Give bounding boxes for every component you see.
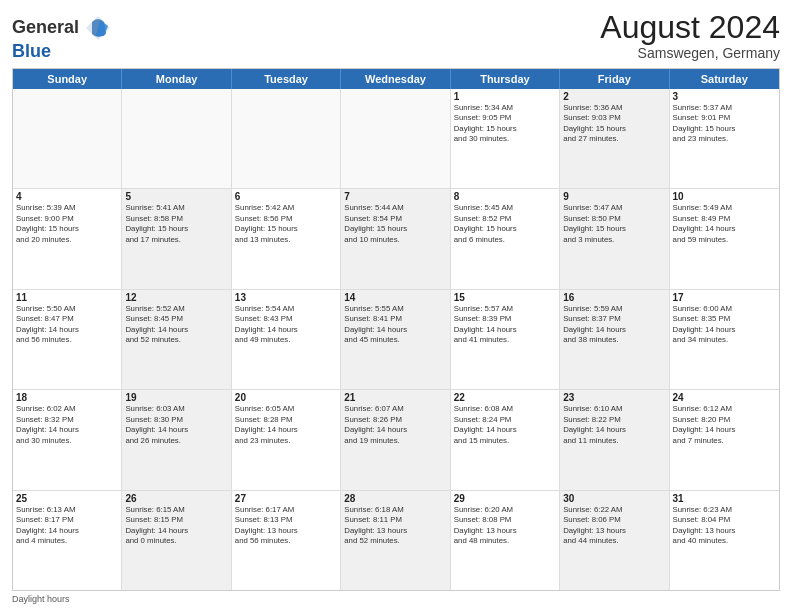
page: General Blue August 2024 Samswegen, Germ…	[0, 0, 792, 612]
day-info: Sunrise: 6:18 AM Sunset: 8:11 PM Dayligh…	[344, 505, 446, 547]
location: Samswegen, Germany	[600, 45, 780, 61]
day-number: 2	[563, 91, 665, 102]
header: General Blue August 2024 Samswegen, Germ…	[12, 10, 780, 62]
day-info: Sunrise: 5:59 AM Sunset: 8:37 PM Dayligh…	[563, 304, 665, 346]
day-info: Sunrise: 6:08 AM Sunset: 8:24 PM Dayligh…	[454, 404, 556, 446]
footer-note: Daylight hours	[12, 594, 780, 604]
calendar-header: SundayMondayTuesdayWednesdayThursdayFrid…	[13, 69, 779, 89]
calendar-day-7: 7Sunrise: 5:44 AM Sunset: 8:54 PM Daylig…	[341, 189, 450, 288]
day-header-saturday: Saturday	[670, 69, 779, 89]
day-number: 14	[344, 292, 446, 303]
calendar-day-20: 20Sunrise: 6:05 AM Sunset: 8:28 PM Dayli…	[232, 390, 341, 489]
daylight-label: Daylight hours	[12, 594, 70, 604]
day-info: Sunrise: 5:39 AM Sunset: 9:00 PM Dayligh…	[16, 203, 118, 245]
calendar-day-empty	[122, 89, 231, 188]
calendar-day-13: 13Sunrise: 5:54 AM Sunset: 8:43 PM Dayli…	[232, 290, 341, 389]
day-number: 31	[673, 493, 776, 504]
calendar-week-2: 4Sunrise: 5:39 AM Sunset: 9:00 PM Daylig…	[13, 189, 779, 289]
calendar-day-15: 15Sunrise: 5:57 AM Sunset: 8:39 PM Dayli…	[451, 290, 560, 389]
day-info: Sunrise: 6:20 AM Sunset: 8:08 PM Dayligh…	[454, 505, 556, 547]
calendar-day-5: 5Sunrise: 5:41 AM Sunset: 8:58 PM Daylig…	[122, 189, 231, 288]
day-header-tuesday: Tuesday	[232, 69, 341, 89]
calendar-day-4: 4Sunrise: 5:39 AM Sunset: 9:00 PM Daylig…	[13, 189, 122, 288]
day-info: Sunrise: 5:52 AM Sunset: 8:45 PM Dayligh…	[125, 304, 227, 346]
day-number: 26	[125, 493, 227, 504]
day-number: 6	[235, 191, 337, 202]
calendar-body: 1Sunrise: 5:34 AM Sunset: 9:05 PM Daylig…	[13, 89, 779, 590]
day-info: Sunrise: 6:03 AM Sunset: 8:30 PM Dayligh…	[125, 404, 227, 446]
calendar: SundayMondayTuesdayWednesdayThursdayFrid…	[12, 68, 780, 591]
calendar-day-17: 17Sunrise: 6:00 AM Sunset: 8:35 PM Dayli…	[670, 290, 779, 389]
day-info: Sunrise: 5:37 AM Sunset: 9:01 PM Dayligh…	[673, 103, 776, 145]
calendar-day-empty	[232, 89, 341, 188]
day-number: 12	[125, 292, 227, 303]
day-number: 10	[673, 191, 776, 202]
day-info: Sunrise: 6:00 AM Sunset: 8:35 PM Dayligh…	[673, 304, 776, 346]
calendar-day-27: 27Sunrise: 6:17 AM Sunset: 8:13 PM Dayli…	[232, 491, 341, 590]
calendar-day-18: 18Sunrise: 6:02 AM Sunset: 8:32 PM Dayli…	[13, 390, 122, 489]
day-number: 19	[125, 392, 227, 403]
logo: General Blue	[12, 14, 112, 62]
day-number: 1	[454, 91, 556, 102]
day-header-wednesday: Wednesday	[341, 69, 450, 89]
calendar-day-1: 1Sunrise: 5:34 AM Sunset: 9:05 PM Daylig…	[451, 89, 560, 188]
calendar-week-5: 25Sunrise: 6:13 AM Sunset: 8:17 PM Dayli…	[13, 491, 779, 590]
calendar-week-1: 1Sunrise: 5:34 AM Sunset: 9:05 PM Daylig…	[13, 89, 779, 189]
day-number: 23	[563, 392, 665, 403]
month-year: August 2024	[600, 10, 780, 45]
day-number: 25	[16, 493, 118, 504]
day-number: 8	[454, 191, 556, 202]
day-info: Sunrise: 6:15 AM Sunset: 8:15 PM Dayligh…	[125, 505, 227, 547]
day-info: Sunrise: 6:05 AM Sunset: 8:28 PM Dayligh…	[235, 404, 337, 446]
calendar-day-22: 22Sunrise: 6:08 AM Sunset: 8:24 PM Dayli…	[451, 390, 560, 489]
day-info: Sunrise: 5:42 AM Sunset: 8:56 PM Dayligh…	[235, 203, 337, 245]
calendar-day-21: 21Sunrise: 6:07 AM Sunset: 8:26 PM Dayli…	[341, 390, 450, 489]
day-header-thursday: Thursday	[451, 69, 560, 89]
day-header-friday: Friday	[560, 69, 669, 89]
day-number: 27	[235, 493, 337, 504]
day-number: 5	[125, 191, 227, 202]
day-number: 18	[16, 392, 118, 403]
calendar-day-29: 29Sunrise: 6:20 AM Sunset: 8:08 PM Dayli…	[451, 491, 560, 590]
day-number: 29	[454, 493, 556, 504]
day-info: Sunrise: 5:49 AM Sunset: 8:49 PM Dayligh…	[673, 203, 776, 245]
day-info: Sunrise: 5:36 AM Sunset: 9:03 PM Dayligh…	[563, 103, 665, 145]
day-number: 30	[563, 493, 665, 504]
day-number: 13	[235, 292, 337, 303]
calendar-week-4: 18Sunrise: 6:02 AM Sunset: 8:32 PM Dayli…	[13, 390, 779, 490]
calendar-day-25: 25Sunrise: 6:13 AM Sunset: 8:17 PM Dayli…	[13, 491, 122, 590]
day-number: 17	[673, 292, 776, 303]
calendar-day-2: 2Sunrise: 5:36 AM Sunset: 9:03 PM Daylig…	[560, 89, 669, 188]
day-info: Sunrise: 5:45 AM Sunset: 8:52 PM Dayligh…	[454, 203, 556, 245]
logo-blue-text: Blue	[12, 41, 51, 61]
calendar-day-3: 3Sunrise: 5:37 AM Sunset: 9:01 PM Daylig…	[670, 89, 779, 188]
day-number: 28	[344, 493, 446, 504]
calendar-day-30: 30Sunrise: 6:22 AM Sunset: 8:06 PM Dayli…	[560, 491, 669, 590]
calendar-day-empty	[13, 89, 122, 188]
day-info: Sunrise: 6:02 AM Sunset: 8:32 PM Dayligh…	[16, 404, 118, 446]
day-info: Sunrise: 6:07 AM Sunset: 8:26 PM Dayligh…	[344, 404, 446, 446]
day-number: 11	[16, 292, 118, 303]
day-info: Sunrise: 5:41 AM Sunset: 8:58 PM Dayligh…	[125, 203, 227, 245]
day-number: 4	[16, 191, 118, 202]
day-info: Sunrise: 6:12 AM Sunset: 8:20 PM Dayligh…	[673, 404, 776, 446]
day-info: Sunrise: 6:23 AM Sunset: 8:04 PM Dayligh…	[673, 505, 776, 547]
day-info: Sunrise: 6:10 AM Sunset: 8:22 PM Dayligh…	[563, 404, 665, 446]
day-number: 24	[673, 392, 776, 403]
day-info: Sunrise: 5:55 AM Sunset: 8:41 PM Dayligh…	[344, 304, 446, 346]
calendar-day-31: 31Sunrise: 6:23 AM Sunset: 8:04 PM Dayli…	[670, 491, 779, 590]
day-number: 15	[454, 292, 556, 303]
calendar-day-23: 23Sunrise: 6:10 AM Sunset: 8:22 PM Dayli…	[560, 390, 669, 489]
title-block: August 2024 Samswegen, Germany	[600, 10, 780, 61]
day-number: 9	[563, 191, 665, 202]
day-number: 22	[454, 392, 556, 403]
calendar-day-19: 19Sunrise: 6:03 AM Sunset: 8:30 PM Dayli…	[122, 390, 231, 489]
day-info: Sunrise: 5:54 AM Sunset: 8:43 PM Dayligh…	[235, 304, 337, 346]
calendar-day-26: 26Sunrise: 6:15 AM Sunset: 8:15 PM Dayli…	[122, 491, 231, 590]
calendar-week-3: 11Sunrise: 5:50 AM Sunset: 8:47 PM Dayli…	[13, 290, 779, 390]
calendar-day-14: 14Sunrise: 5:55 AM Sunset: 8:41 PM Dayli…	[341, 290, 450, 389]
logo-icon	[84, 14, 112, 42]
calendar-day-6: 6Sunrise: 5:42 AM Sunset: 8:56 PM Daylig…	[232, 189, 341, 288]
day-number: 7	[344, 191, 446, 202]
logo-general-text: General	[12, 18, 79, 38]
